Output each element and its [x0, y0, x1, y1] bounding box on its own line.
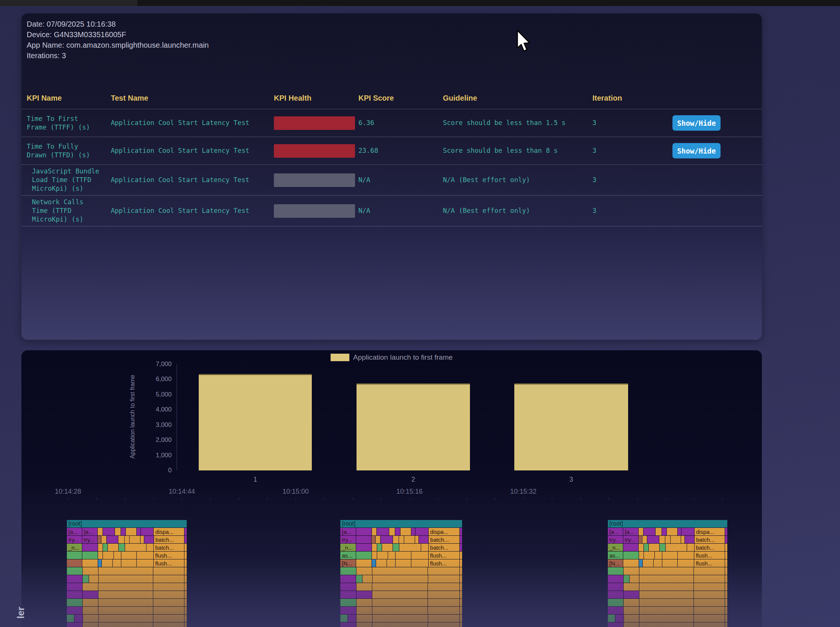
flame-segment	[376, 536, 381, 543]
flame-segment	[428, 607, 459, 614]
time-axis-tick	[68, 498, 68, 500]
browser-active-tab[interactable]	[0, 0, 137, 6]
flame-row: [N...flush...	[608, 559, 727, 567]
flame-segment	[666, 544, 687, 551]
flame-segment	[74, 614, 83, 622]
flame-segment	[372, 528, 377, 536]
chart-bar-iteration-2[interactable]	[357, 383, 470, 470]
flame-graph-iteration-2[interactable]: [root][a...dispa...try...batch..._n...ba…	[340, 520, 462, 627]
info-line-date: Date: 07/09/2025 10:16:38	[27, 19, 209, 29]
flame-segment	[608, 567, 623, 575]
flame-row: flush...	[67, 559, 187, 567]
flame-segment	[119, 544, 125, 551]
flame-graph-iteration-3[interactable]: [root][a...[a...dispa...try...try...batc…	[608, 520, 727, 627]
show-hide-button[interactable]: Show/Hide	[673, 143, 720, 158]
y-tick-label: 5,000	[126, 391, 172, 399]
kpi-health-cell	[268, 202, 353, 220]
time-axis-tick	[467, 498, 467, 500]
flame-segment	[141, 536, 144, 543]
flame-segment	[83, 614, 98, 622]
time-axis-tick	[267, 498, 267, 500]
flame-segment	[399, 536, 404, 543]
flame-row: as...flush...	[340, 551, 462, 559]
flame-segment	[83, 607, 98, 614]
flame-segment-label: try...	[82, 537, 94, 543]
flame-segment	[82, 559, 97, 567]
time-axis-tick	[153, 498, 154, 500]
flame-segment	[125, 544, 146, 551]
flame-segment	[681, 536, 684, 543]
flame-segment	[639, 567, 693, 575]
flame-segment: [a...	[623, 528, 638, 536]
flame-row: [a...[a...dispa...	[608, 528, 727, 536]
iteration-cell: 3	[587, 204, 651, 217]
flame-segment-label: try...	[340, 537, 352, 543]
flame-segment	[373, 575, 428, 583]
side-vertical-label: ler	[15, 607, 27, 619]
time-axis-tick	[324, 498, 325, 500]
flame-segment	[725, 622, 727, 627]
flame-row	[340, 607, 462, 614]
flame-segment	[137, 528, 140, 536]
flame-row	[67, 583, 187, 591]
flame-row: [root]	[608, 520, 727, 528]
header-cell-guideline: Guideline	[437, 94, 587, 102]
time-axis-tick	[353, 498, 353, 500]
flame-segment	[685, 536, 694, 543]
flame-segment	[624, 607, 639, 614]
flame-segment	[404, 536, 415, 543]
flame-segment	[460, 583, 462, 591]
flame-segment	[372, 599, 428, 607]
flame-segment	[67, 599, 82, 607]
flame-segment	[694, 622, 725, 627]
flame-row: [a...dispa...	[340, 528, 462, 536]
flame-segment	[153, 583, 184, 591]
chart-bar-iteration-3[interactable]	[514, 383, 628, 470]
flame-segment	[340, 607, 356, 614]
flame-segment	[372, 622, 428, 627]
flame-segment	[460, 622, 462, 627]
flame-graph-iteration-1[interactable]: [root][a...[a...dispa...try...try...batc…	[67, 520, 187, 627]
flame-segment: as...	[340, 551, 356, 559]
y-tick-label: 4,000	[126, 406, 172, 413]
kpi-health-cell	[268, 114, 353, 132]
page: { "page": { "info_lines": [ "Date: 07/09…	[0, 0, 840, 627]
time-tick-label: 10:14:28	[55, 488, 81, 496]
flame-row	[608, 583, 727, 591]
flame-segment	[662, 551, 677, 559]
flame-segment-label: batch...	[429, 537, 448, 543]
flame-segment	[357, 591, 372, 599]
flame-segment	[639, 551, 644, 559]
kpi-report-panel: Date: 07/09/2025 10:16:38 Device: G4N33M…	[21, 14, 762, 340]
flame-row	[608, 622, 727, 627]
chart-bar-iteration-1[interactable]	[199, 374, 312, 470]
flame-segment	[126, 528, 136, 536]
flame-row	[608, 614, 727, 622]
flame-segment	[678, 559, 694, 567]
kpi-health-bar	[274, 117, 355, 130]
flame-segment	[382, 544, 393, 551]
flame-segment	[694, 599, 725, 607]
flame-segment: [a...	[82, 528, 97, 536]
flame-segment	[460, 559, 462, 567]
flame-segment: as...	[608, 551, 623, 559]
show-hide-button[interactable]: Show/Hide	[673, 115, 720, 131]
flame-segment	[647, 536, 659, 543]
flame-row	[67, 614, 187, 622]
flame-segment	[185, 536, 187, 543]
time-axis-tick	[210, 498, 211, 500]
flame-segment	[639, 559, 643, 567]
flame-segment-label: flush...	[154, 552, 172, 559]
flame-segment	[114, 551, 121, 559]
flame-segment-label: [root]	[608, 520, 623, 527]
flame-segment	[460, 551, 462, 559]
flame-segment	[98, 567, 153, 575]
legend-swatch	[331, 354, 349, 361]
flame-row	[67, 622, 187, 627]
flame-row	[340, 622, 462, 627]
flame-segment	[401, 528, 411, 536]
kpi-score-cell: N/A	[353, 173, 437, 187]
flame-segment	[415, 536, 418, 543]
flame-row: _n...batch...	[340, 544, 462, 551]
flame-segment	[660, 544, 665, 551]
